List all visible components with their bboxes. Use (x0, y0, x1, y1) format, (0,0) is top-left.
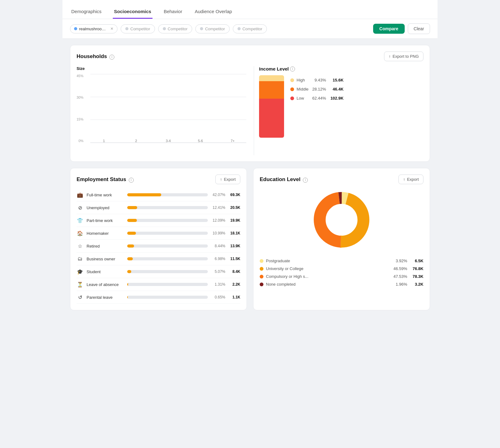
income-pct-low: 62.44% (311, 96, 326, 101)
education-legend: Postgraduate 3.92% 6.5K University or Co… (260, 258, 423, 287)
bottom-row: Employment Status i ↑ Export 💼 Full-time… (70, 168, 430, 310)
households-export-button[interactable]: ↑ Export to PNG (384, 52, 423, 61)
income-section: Income Level i High (254, 66, 423, 155)
income-dot-middle (290, 87, 294, 91)
size-chart: Size 45% 30% 15% (77, 66, 246, 155)
edu-pct-university: 46.59% (392, 266, 407, 271)
emp-val-unemployed: 20.5K (228, 205, 240, 210)
bar-label-3: 3-4 (166, 139, 171, 143)
clear-button[interactable]: Clear (408, 23, 430, 34)
edu-label-compulsory: Compulsory or High s... (266, 274, 390, 279)
emp-icon-business: 🗂 (77, 255, 83, 262)
employment-export-button[interactable]: ↑ Export (215, 175, 240, 184)
emp-icon-parental: ↺ (77, 294, 83, 301)
y-label-15: 15% (77, 117, 83, 121)
emp-row-unemployed: ⊘ Unemployed 12.41% 20.5K (77, 201, 240, 214)
emp-pct-leave: 1.31% (211, 282, 225, 287)
emp-bar-retired (127, 244, 134, 248)
employment-info-icon[interactable]: i (129, 178, 134, 183)
income-chart-row: High 9.43% 15.6K Middle 28.12% 46.4K (259, 75, 423, 138)
competitor-pill-4[interactable]: Competitor (233, 24, 267, 33)
emp-bar-parental (127, 296, 128, 299)
donut-chart (310, 189, 373, 251)
income-dot-low (290, 96, 294, 100)
education-info-icon[interactable]: i (303, 178, 308, 183)
app-container: Demographics Socioeconomics Behavior Aud… (62, 0, 438, 317)
bar-group-2: 2 (122, 137, 150, 143)
compare-button[interactable]: Compare (373, 24, 405, 34)
tab-demographics[interactable]: Demographics (70, 5, 103, 19)
households-export-label: Export to PNG (392, 54, 419, 59)
emp-pct-fulltime: 42.07% (211, 193, 225, 197)
income-pct-middle: 28.12% (311, 87, 326, 91)
edu-row-compulsory: Compulsory or High s... 47.53% 78.3K (260, 274, 423, 279)
tab-socioeconomics[interactable]: Socioeconomics (113, 5, 152, 19)
bar-label-2: 2 (135, 139, 137, 143)
emp-row-student: 🎓 Student 5.07% 8.4K (77, 265, 240, 278)
edu-row-university: University or College 46.59% 76.8K (260, 266, 423, 271)
main-content: Households i ↑ Export to PNG Size (62, 39, 438, 317)
brand-dot (74, 27, 77, 30)
emp-label-business: Business owner (87, 257, 124, 261)
emp-pct-parental: 0.65% (211, 295, 225, 299)
edu-dot-postgrad (260, 259, 263, 263)
nav-tabs: Demographics Socioeconomics Behavior Aud… (62, 0, 438, 19)
bar-label-4: 5-6 (198, 139, 203, 143)
emp-label-leave: Leave of absence (87, 282, 124, 287)
income-info-icon[interactable]: i (290, 66, 295, 71)
emp-label-unemployed: Unemployed (87, 205, 124, 210)
income-bar-low (259, 99, 284, 138)
comp-dot-4 (238, 27, 241, 30)
income-val-middle: 46.4K (328, 87, 343, 91)
x-axis-line (90, 143, 246, 143)
income-bar-middle (259, 81, 284, 99)
income-dot-high (290, 78, 294, 82)
brand-pill[interactable]: realmushroom... ✕ (70, 24, 118, 33)
emp-bar-bg-fulltime (127, 193, 208, 196)
emp-row-parttime: 👕 Part-time work 12.09% 19.9K (77, 214, 240, 227)
employment-export-label: Export (224, 177, 236, 182)
emp-icon-student: 🎓 (77, 268, 83, 275)
competitor-pill-3[interactable]: Competitor (195, 24, 230, 33)
emp-label-homemaker: Homemaker (87, 231, 124, 236)
tab-behavior[interactable]: Behavior (162, 5, 183, 19)
emp-bar-homemaker (127, 232, 136, 235)
households-header: Households i ↑ Export to PNG (77, 52, 423, 61)
emp-val-fulltime: 69.3K (228, 193, 240, 197)
edu-val-university: 76.8K (410, 266, 423, 271)
size-chart-label: Size (77, 66, 246, 71)
emp-val-business: 11.5K (228, 257, 240, 261)
tab-audience-overlap[interactable]: Audience Overlap (193, 5, 233, 19)
competitor-pill-2[interactable]: Competitor (158, 24, 192, 33)
households-info-icon[interactable]: i (109, 55, 114, 60)
emp-bar-bg-student (127, 270, 208, 273)
edu-dot-compulsory (260, 275, 263, 278)
brand-close-icon[interactable]: ✕ (110, 27, 113, 31)
edu-val-postgrad: 6.5K (410, 258, 423, 263)
income-pct-high: 9.43% (311, 78, 326, 82)
comp-label-4: Competitor (242, 27, 262, 31)
emp-row-retired: ☆ Retired 8.44% 13.9K (77, 240, 240, 253)
employment-title: Employment Status (77, 176, 126, 182)
emp-row-homemaker: 🏠 Homemaker 10.99% 18.1K (77, 227, 240, 240)
competitor-bar: realmushroom... ✕ Competitor Competitor … (62, 19, 438, 39)
comp-label-3: Competitor (205, 27, 225, 31)
emp-icon-unemployed: ⊘ (77, 204, 83, 211)
emp-val-parental: 1.1K (228, 295, 240, 299)
bar-group-5: 7+ (219, 137, 246, 143)
emp-bar-unemployed (127, 206, 137, 209)
bar-label-1: 1 (103, 139, 105, 143)
emp-val-retired: 13.9K (228, 244, 240, 248)
emp-pct-student: 5.07% (211, 269, 225, 274)
education-export-button[interactable]: ↑ Export (398, 175, 423, 184)
emp-pct-unemployed: 12.41% (211, 205, 225, 210)
competitor-pill-1[interactable]: Competitor (121, 24, 155, 33)
comp-label-2: Competitor (168, 27, 188, 31)
comp-label-1: Competitor (130, 27, 150, 31)
emp-row-business: 🗂 Business owner 6.98% 11.5K (77, 253, 240, 265)
emp-icon-retired: ☆ (77, 243, 83, 249)
comp-dot-3 (200, 27, 203, 30)
emp-bar-bg-business (127, 257, 208, 260)
emp-val-student: 8.4K (228, 269, 240, 274)
edu-row-postgrad: Postgraduate 3.92% 6.5K (260, 258, 423, 263)
